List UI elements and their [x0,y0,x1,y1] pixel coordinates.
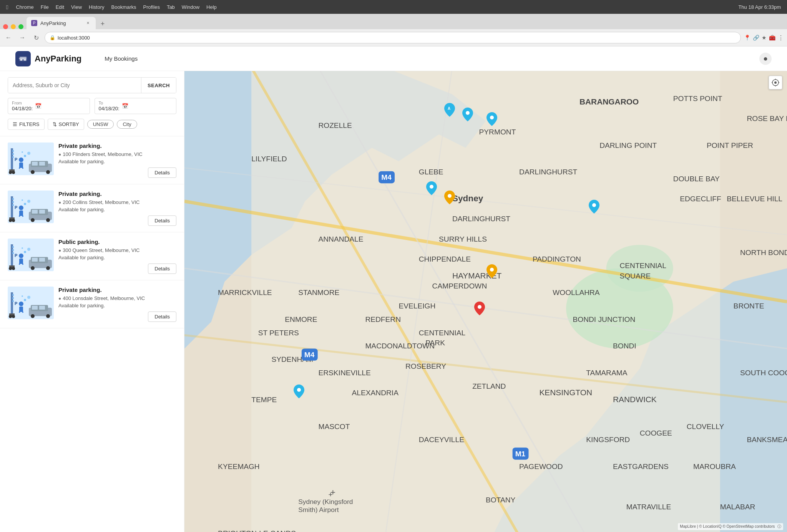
svg-text:M4: M4 [381,173,392,181]
menu-icon[interactable]: ⋮ [778,34,784,41]
svg-text:MALABAR: MALABAR [720,503,755,511]
details-button[interactable]: Details [148,167,176,178]
svg-point-36 [19,206,23,210]
map-pin[interactable] [486,265,497,278]
browser-toolbar-icons: 📍 🔗 ★ 🧰 ⋮ [744,34,784,41]
tag-unsw[interactable]: UNSW [87,120,114,129]
back-button[interactable]: ← [3,32,14,43]
svg-point-68 [24,251,26,253]
mac-menu-chrome[interactable]: Chrome [16,4,33,10]
map-pin[interactable] [444,191,455,204]
map-pin[interactable]: A [444,103,455,116]
svg-point-25 [27,152,30,155]
svg-point-14 [19,157,23,162]
svg-point-80 [19,302,23,306]
active-tab[interactable]: P AnyParking × [27,17,96,29]
svg-text:MARRICKVILLE: MARRICKVILLE [218,288,272,297]
mac-status-icons: Thu 18 Apr 6:33pm [738,4,781,10]
tag-city[interactable]: City [117,120,137,129]
svg-point-44 [31,218,35,222]
svg-point-47 [27,200,30,203]
svg-point-56 [12,267,15,270]
map-pin[interactable] [294,385,304,398]
map-pin[interactable] [462,108,473,121]
svg-point-70 [22,247,23,249]
svg-rect-74 [12,297,14,299]
search-button[interactable]: SEARCH [141,78,176,93]
location-icon[interactable]: 📍 [744,35,750,41]
user-account-icon[interactable]: ● [759,53,772,65]
from-date-field[interactable]: From 04/18/20: 📅 [8,98,90,114]
svg-point-78 [12,315,15,318]
mac-menu-history[interactable]: History [89,4,104,10]
details-button[interactable]: Details [148,312,176,322]
svg-text:EASTGARDENS: EASTGARDENS [613,462,669,471]
mac-menu-bookmarks[interactable]: Bookmarks [111,4,136,10]
svg-point-34 [12,219,15,222]
mac-menu: Chrome File Edit View History Bookmarks … [16,4,216,10]
svg-text:DOUBLE BAY: DOUBLE BAY [673,175,720,183]
mac-menu-window[interactable]: Window [182,4,199,10]
svg-text:P: P [15,157,17,162]
svg-point-58 [19,254,23,258]
listing-status: Available for parking. [58,207,176,212]
from-calendar-icon[interactable]: 📅 [35,103,42,109]
url-text: localhost:3000 [58,35,90,41]
main-content: SEARCH From 04/18/20: 📅 To 04/18/20: [0,71,787,532]
listing-info: Private parking. ● 100 Flinders Street, … [58,143,176,178]
traffic-light-green[interactable] [18,24,23,29]
extensions-icon[interactable]: 🧰 [769,35,775,41]
app-header: AnyParking My Bookings ● [0,46,787,71]
sort-icon: ⇅ [53,121,57,127]
map-pin[interactable] [589,200,599,213]
mac-menu-help[interactable]: Help [206,4,217,10]
svg-rect-87 [39,306,45,310]
svg-text:STANMORE: STANMORE [298,288,339,297]
browser-chrome: P AnyParking × + ← → ↻ 🔒 localhost:3000 … [0,14,787,46]
map-pin[interactable] [474,302,485,315]
my-bookings-link[interactable]: My Bookings [105,55,138,62]
locate-me-button[interactable] [769,76,782,89]
listing-thumbnail: P [8,143,54,175]
traffic-light-red[interactable] [3,24,8,29]
url-bar[interactable]: 🔒 localhost:3000 [45,32,741,43]
svg-point-33 [9,219,12,222]
traffic-light-yellow[interactable] [11,24,16,29]
to-calendar-icon[interactable]: 📅 [122,103,128,109]
svg-text:ZETLAND: ZETLAND [472,382,506,390]
details-button[interactable]: Details [148,215,176,226]
svg-text:ERSKINEVILLE: ERSKINEVILLE [318,369,370,377]
forward-button[interactable]: → [17,32,28,43]
map-pin[interactable] [486,113,497,126]
reload-button[interactable]: ↻ [31,32,42,43]
map-area[interactable]: Sydney DARLINGHURST ANNANDALE CHIPPENDAL… [184,71,787,532]
link-icon[interactable]: 🔗 [753,35,759,41]
svg-text:M4: M4 [304,351,315,359]
mac-menu-view[interactable]: View [71,4,82,10]
mac-time: Thu 18 Apr 6:33pm [738,4,781,10]
svg-text:P: P [15,301,17,306]
svg-text:TAMARAMA: TAMARAMA [586,369,627,377]
sortby-button[interactable]: ⇅ SORTBY [48,119,84,130]
tab-close-button[interactable]: × [85,20,91,26]
mac-menu-tab[interactable]: Tab [167,4,175,10]
svg-rect-42 [32,210,38,214]
svg-text:BONDI JUNCTION: BONDI JUNCTION [573,315,635,323]
listing-info: Private parking. ● 200 Collins Street, M… [58,191,176,226]
map-pin[interactable] [426,182,437,195]
traffic-lights [3,24,23,29]
to-date-field[interactable]: To 04/18/20: 📅 [95,98,177,114]
svg-rect-43 [39,210,45,214]
svg-text:CHIPPENDALE: CHIPPENDALE [419,255,471,263]
filters-button[interactable]: ☰ FILTERS [8,119,45,130]
details-button[interactable]: Details [148,264,176,274]
mac-menu-file[interactable]: File [41,4,49,10]
mac-menu-edit[interactable]: Edit [56,4,64,10]
svg-text:MACDONALDTOWN: MACDONALDTOWN [365,342,435,350]
star-icon[interactable]: ★ [762,35,767,41]
svg-text:EVELEIGH: EVELEIGH [399,302,436,310]
left-panel: SEARCH From 04/18/20: 📅 To 04/18/20: [0,71,184,532]
mac-menu-profiles[interactable]: Profiles [143,4,160,10]
search-input[interactable] [8,78,141,93]
new-tab-button[interactable]: + [97,18,108,29]
